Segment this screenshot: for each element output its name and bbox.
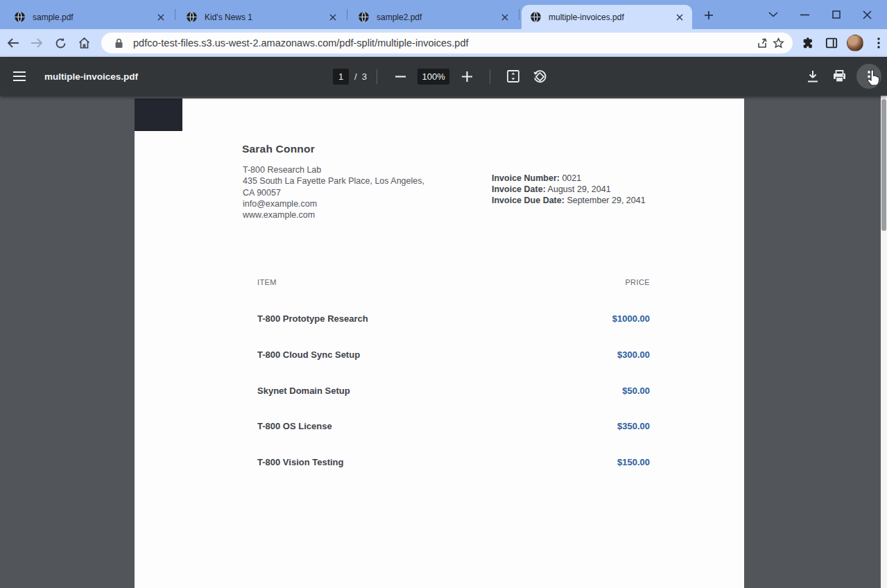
toolbar-divider bbox=[490, 69, 490, 84]
invoice-number-line: Invoice Number: 0021 bbox=[492, 173, 646, 184]
pdf-viewer-area[interactable]: Sarah Connor T-800 Research Lab 435 Sout… bbox=[0, 96, 887, 588]
close-window-button[interactable] bbox=[861, 8, 875, 21]
pdf-menu-icon[interactable] bbox=[0, 57, 39, 96]
item-price: $150.00 bbox=[617, 457, 650, 467]
item-name: T-800 Vision Testing bbox=[257, 457, 344, 467]
tab-title: Kid's News 1 bbox=[205, 12, 321, 22]
pdf-page[interactable]: Sarah Connor T-800 Research Lab 435 Sout… bbox=[135, 98, 744, 588]
tab-sample-pdf[interactable]: sample.pdf bbox=[6, 5, 173, 29]
browser-window: sample.pdf Kid's News 1 sample2.pdf mult… bbox=[0, 0, 887, 588]
item-price: $1000.00 bbox=[612, 313, 650, 324]
fit-to-page-icon[interactable] bbox=[501, 64, 525, 88]
tab-close-icon[interactable] bbox=[327, 11, 338, 23]
page-separator: / bbox=[354, 71, 357, 82]
invoice-number-value: 0021 bbox=[562, 173, 581, 183]
reload-button[interactable] bbox=[51, 34, 69, 52]
invoice-due-date-line: Invoice Due Date: September 29, 2041 bbox=[492, 195, 646, 206]
address-bar-row: pdfco-test-files.s3.us-west-2.amazonaws.… bbox=[0, 29, 887, 57]
page-total: 3 bbox=[362, 71, 367, 82]
home-button[interactable] bbox=[75, 34, 93, 52]
address-line: info@example.com bbox=[243, 198, 424, 209]
tab-close-icon[interactable] bbox=[673, 11, 685, 23]
globe-favicon-icon bbox=[14, 11, 26, 23]
tab-title: sample.pdf bbox=[33, 12, 149, 22]
chevron-down-icon[interactable] bbox=[766, 8, 780, 21]
tab-close-icon[interactable] bbox=[155, 11, 166, 23]
tab-close-icon[interactable] bbox=[499, 11, 510, 23]
tab-separator bbox=[175, 9, 175, 20]
table-row: T-800 Cloud Sync Setup $300.00 bbox=[257, 349, 650, 360]
maximize-button[interactable] bbox=[829, 8, 843, 21]
address-line: 435 South La Fayette Park Place, Los Ang… bbox=[243, 175, 424, 187]
new-tab-button[interactable] bbox=[699, 6, 718, 25]
tab-title: multiple-invoices.pdf bbox=[549, 12, 668, 22]
avatar-image bbox=[847, 35, 863, 51]
rotate-icon[interactable] bbox=[528, 64, 551, 88]
pdf-document-title: multiple-invoices.pdf bbox=[44, 71, 138, 82]
invoice-date-line: Invoice Date: August 29, 2041 bbox=[492, 184, 646, 195]
item-price: $300.00 bbox=[617, 349, 650, 360]
item-column-header: ITEM bbox=[257, 278, 277, 286]
address-bar[interactable]: pdfco-test-files.s3.us-west-2.amazonaws.… bbox=[101, 33, 793, 53]
profile-avatar[interactable] bbox=[847, 35, 863, 51]
share-icon[interactable] bbox=[755, 35, 770, 51]
tab-sample2-pdf[interactable]: sample2.pdf bbox=[350, 5, 517, 29]
table-row: T-800 Prototype Research $1000.00 bbox=[257, 313, 650, 324]
extensions-icon[interactable] bbox=[800, 35, 816, 51]
tab-separator bbox=[347, 9, 347, 20]
scrollbar-thumb[interactable] bbox=[881, 99, 886, 231]
scrollbar[interactable] bbox=[881, 96, 887, 588]
minimize-button[interactable] bbox=[798, 8, 811, 21]
item-name: T-800 Cloud Sync Setup bbox=[257, 349, 360, 360]
invoice-meta-block: Invoice Number: 0021 Invoice Date: Augus… bbox=[492, 173, 646, 206]
address-line: CA 90057 bbox=[243, 187, 424, 198]
invoice-address-block: T-800 Research Lab 435 South La Fayette … bbox=[243, 164, 424, 220]
tab-strip: sample.pdf Kid's News 1 sample2.pdf mult… bbox=[0, 0, 887, 29]
bookmark-star-icon[interactable] bbox=[770, 35, 786, 51]
browser-menu-icon[interactable] bbox=[870, 35, 887, 51]
invoice-customer-name: Sarah Connor bbox=[242, 143, 315, 155]
tab-multiple-invoices-pdf[interactable]: multiple-invoices.pdf bbox=[522, 5, 692, 29]
tab-kids-news[interactable]: Kid's News 1 bbox=[178, 5, 345, 29]
globe-favicon-icon bbox=[530, 11, 542, 23]
side-panel-icon[interactable] bbox=[823, 35, 840, 51]
item-name: Skynet Domain Setup bbox=[257, 386, 350, 396]
invoice-date-value: August 29, 2041 bbox=[548, 184, 611, 194]
invoice-date-label: Invoice Date: bbox=[492, 184, 546, 194]
tab-separator bbox=[519, 9, 519, 20]
item-name: T-800 OS License bbox=[257, 421, 332, 431]
pdf-toolbar: multiple-invoices.pdf 1 / 3 100% bbox=[0, 57, 887, 96]
address-line: T-800 Research Lab bbox=[243, 164, 424, 175]
print-icon[interactable] bbox=[827, 64, 851, 88]
table-row: T-800 OS License $350.00 bbox=[257, 421, 650, 431]
item-price: $350.00 bbox=[617, 421, 650, 431]
invoice-due-date-value: September 29, 2041 bbox=[567, 196, 645, 205]
invoice-number-label: Invoice Number: bbox=[492, 173, 560, 183]
forward-button[interactable] bbox=[28, 34, 46, 52]
item-price: $50.00 bbox=[622, 386, 650, 396]
tab-title: sample2.pdf bbox=[377, 12, 493, 22]
item-name: T-800 Prototype Research bbox=[257, 313, 368, 324]
table-row: Skynet Domain Setup $50.00 bbox=[257, 386, 650, 396]
globe-favicon-icon bbox=[186, 11, 198, 23]
table-row: T-800 Vision Testing $150.00 bbox=[257, 457, 650, 467]
toolbar-divider bbox=[377, 69, 377, 84]
address-line: www.example.com bbox=[243, 209, 424, 220]
download-icon[interactable] bbox=[801, 64, 825, 88]
window-controls bbox=[757, 0, 887, 29]
globe-favicon-icon bbox=[358, 11, 370, 23]
zoom-level-input[interactable]: 100% bbox=[417, 69, 449, 85]
url-text[interactable]: pdfco-test-files.s3.us-west-2.amazonaws.… bbox=[133, 37, 755, 49]
invoice-logo-block bbox=[135, 98, 182, 131]
back-button[interactable] bbox=[4, 34, 22, 52]
zoom-out-button[interactable] bbox=[388, 64, 412, 88]
invoice-due-date-label: Invoice Due Date: bbox=[492, 196, 565, 205]
pdf-more-options-button[interactable] bbox=[856, 64, 881, 89]
price-column-header: PRICE bbox=[625, 278, 650, 286]
zoom-in-button[interactable] bbox=[455, 64, 479, 88]
table-header-row: ITEM PRICE bbox=[257, 278, 650, 286]
lock-icon[interactable] bbox=[111, 35, 126, 51]
page-number-input[interactable]: 1 bbox=[333, 69, 349, 85]
